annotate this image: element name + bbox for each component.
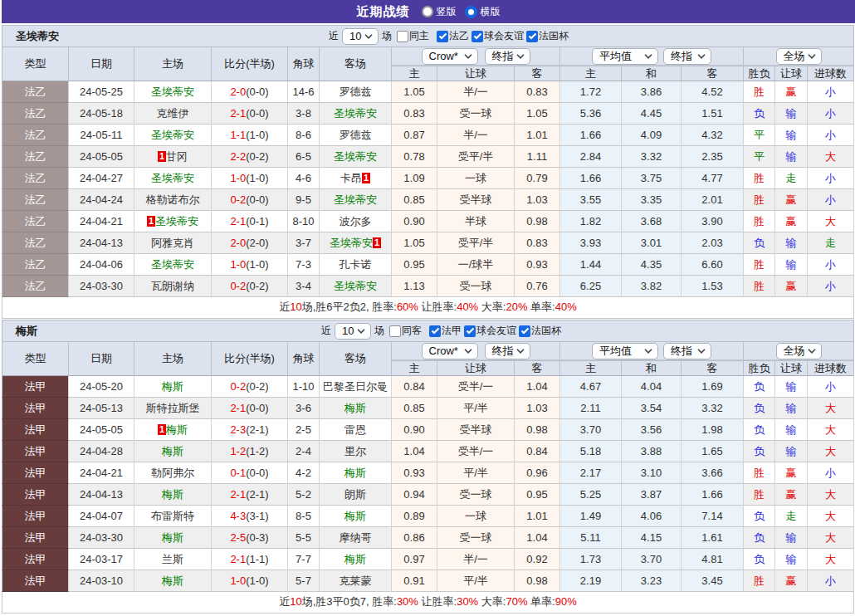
final-score[interactable]: 2-1 <box>230 553 246 565</box>
team-name-link[interactable]: 圣埃蒂安 <box>334 150 377 163</box>
team-name-link[interactable]: 罗德兹 <box>340 129 372 141</box>
checkbox-checked-icon[interactable] <box>471 31 483 42</box>
team-name-link[interactable]: 圣埃蒂安 <box>155 215 198 227</box>
filter-checkbox-league[interactable]: 法乙 <box>437 29 469 43</box>
team-name-link[interactable]: 梅斯 <box>162 445 183 457</box>
checkbox-checked-icon[interactable] <box>526 31 538 42</box>
final-score[interactable]: 1-2 <box>230 445 246 457</box>
team-name-link[interactable]: 兰斯 <box>162 553 183 565</box>
team-name-link[interactable]: 卡昂 <box>340 172 362 184</box>
team-name-link[interactable]: 斯特拉斯堡 <box>146 402 200 414</box>
final-score[interactable]: 1-1 <box>230 129 246 141</box>
team-name-link[interactable]: 摩纳哥 <box>340 531 372 544</box>
filter-checkbox-cup[interactable]: 法国杯 <box>519 324 561 338</box>
checkbox-unchecked-icon[interactable] <box>397 31 408 42</box>
average-mode-select[interactable]: 终指 <box>663 343 711 359</box>
final-score[interactable]: 2-1 <box>230 402 246 414</box>
final-score[interactable]: 0-2 <box>230 193 246 206</box>
final-score[interactable]: 2-1 <box>230 488 246 501</box>
results-table: 类型 日期 主场 比分(半场) 角球 客场 Crow* <box>2 341 854 592</box>
team-name-link[interactable]: 圣埃蒂安 <box>334 193 377 206</box>
final-score[interactable]: 4-3 <box>230 510 246 522</box>
team-name-link[interactable]: 圣埃蒂安 <box>334 107 377 120</box>
team-name-link[interactable]: 梅斯 <box>162 531 183 544</box>
team-name-link[interactable]: 朗斯 <box>344 488 366 501</box>
checkbox-unchecked-icon[interactable] <box>389 325 401 337</box>
final-score[interactable]: 2-0 <box>230 237 246 249</box>
avg-away-odds-cell: 7.14 <box>682 506 744 527</box>
final-score[interactable]: 2-1 <box>230 107 246 120</box>
team-name-link[interactable]: 巴黎圣日尔曼 <box>323 380 388 393</box>
team-name-link[interactable]: 罗德兹 <box>340 86 372 98</box>
bookmaker-mode-select[interactable]: 终指 <box>485 343 530 359</box>
team-name-link[interactable]: 梅斯 <box>344 510 366 522</box>
checkbox-checked-icon[interactable] <box>437 31 448 42</box>
team-name-link[interactable]: 梅斯 <box>166 423 188 436</box>
team-name-link[interactable]: 瓦朗谢纳 <box>151 280 194 292</box>
team-name-link[interactable]: 圣埃蒂安 <box>151 258 194 271</box>
scope-select[interactable]: 全场 <box>776 48 822 65</box>
team-name-link[interactable]: 梅斯 <box>162 380 183 393</box>
home-team-cell: 1梅斯 <box>134 419 212 441</box>
avg-home-odds-cell: 3.70 <box>560 419 622 441</box>
average-select[interactable]: 平均值 <box>592 48 658 65</box>
team-name-link[interactable]: 甘冈 <box>166 150 188 163</box>
corners-cell: 5-2 <box>288 484 320 506</box>
final-score[interactable]: 2-1 <box>230 215 246 227</box>
match-count-select[interactable]: 10 <box>335 323 371 340</box>
final-score[interactable]: 0-2 <box>230 380 246 393</box>
avg-draw-odds-cell: 3.32 <box>622 146 682 168</box>
team-name-link[interactable]: 梅斯 <box>162 488 183 501</box>
average-mode-select[interactable]: 终指 <box>663 48 711 65</box>
team-name-link[interactable]: 格勒诺布尔 <box>146 193 200 206</box>
filter-checkbox-cup[interactable]: 法国杯 <box>526 29 569 43</box>
final-score[interactable]: 2-2 <box>230 150 246 163</box>
filter-checkbox-same-venue[interactable]: 同主 <box>397 29 429 43</box>
date-cell: 24-05-25 <box>69 81 134 103</box>
team-name-link[interactable]: 圣埃蒂安 <box>151 129 194 141</box>
scope-select[interactable]: 全场 <box>776 343 822 359</box>
final-score[interactable]: 2-0 <box>230 86 246 98</box>
radio-checked-icon[interactable] <box>465 6 477 18</box>
team-name-link[interactable]: 阿雅克肖 <box>151 237 194 249</box>
team-name-link[interactable]: 梅斯 <box>344 402 366 414</box>
team-name-link[interactable]: 里尔 <box>344 445 366 457</box>
team-name-link[interactable]: 圣埃蒂安 <box>151 172 194 184</box>
team-name-link[interactable]: 克维伊 <box>157 107 189 120</box>
team-name-link[interactable]: 孔卡诺 <box>340 258 372 271</box>
final-score[interactable]: 1-0 <box>230 172 246 184</box>
checkbox-checked-icon[interactable] <box>464 325 476 337</box>
team-name-link[interactable]: 梅斯 <box>344 553 366 565</box>
radio-unchecked-icon[interactable] <box>422 6 433 17</box>
bookmaker-mode-select[interactable]: 终指 <box>485 48 530 65</box>
bookmaker-select[interactable]: Crow* <box>422 343 478 359</box>
filter-checkbox-friendly[interactable]: 球会友谊 <box>464 324 516 338</box>
checkbox-checked-icon[interactable] <box>429 325 441 337</box>
team-name-link[interactable]: 布雷斯特 <box>151 510 194 522</box>
average-select[interactable]: 平均值 <box>592 343 658 359</box>
filter-checkbox-same-venue[interactable]: 同客 <box>389 324 422 338</box>
team-name-link[interactable]: 圣埃蒂安 <box>330 237 373 249</box>
final-score[interactable]: 1-0 <box>230 258 246 271</box>
team-name-link[interactable]: 雷恩 <box>344 423 366 436</box>
team-name-link[interactable]: 梅斯 <box>162 574 183 587</box>
bookmaker-select[interactable]: Crow* <box>422 48 478 65</box>
team-name-link[interactable]: 克莱蒙 <box>340 574 372 587</box>
final-score[interactable]: 2-5 <box>230 531 246 544</box>
team-name-link[interactable]: 梅斯 <box>344 467 366 479</box>
final-score[interactable]: 0-2 <box>230 280 246 292</box>
team-name-link[interactable]: 勒阿弗尔 <box>151 467 194 479</box>
match-count-select[interactable]: 10 <box>342 28 379 45</box>
final-score[interactable]: 2-3 <box>230 423 246 436</box>
team-name-link[interactable]: 波尔多 <box>340 215 372 227</box>
final-score[interactable]: 1-0 <box>230 574 246 587</box>
filter-checkbox-friendly[interactable]: 球会友谊 <box>471 29 524 43</box>
layout-radio-horizontal[interactable]: 横版 <box>465 5 501 19</box>
layout-radio-vertical[interactable]: 竖版 <box>422 5 457 19</box>
filter-checkbox-league[interactable]: 法甲 <box>429 324 462 338</box>
team-name-link[interactable]: 圣埃蒂安 <box>151 86 194 98</box>
team-name-link[interactable]: 圣埃蒂安 <box>334 280 377 292</box>
crown-handicap-cell: 半/一 <box>437 81 515 103</box>
final-score[interactable]: 0-1 <box>230 467 246 479</box>
checkbox-checked-icon[interactable] <box>519 325 530 337</box>
